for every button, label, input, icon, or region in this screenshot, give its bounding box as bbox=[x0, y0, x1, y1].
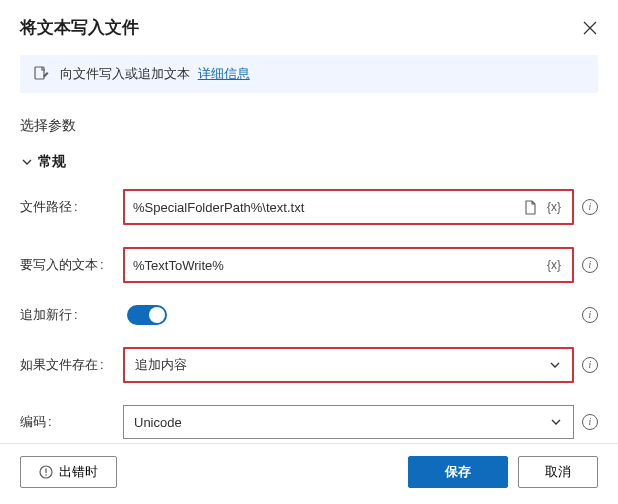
row-if-exists: 如果文件存在 追加内容 i bbox=[20, 347, 598, 383]
if-exists-help[interactable]: i bbox=[582, 357, 598, 373]
encoding-help[interactable]: i bbox=[582, 414, 598, 430]
variable-icon: {x} bbox=[547, 258, 561, 272]
row-encoding: 编码 Unicode i bbox=[20, 405, 598, 439]
if-exists-select[interactable]: 追加内容 bbox=[123, 347, 574, 383]
dialog-title: 将文本写入文件 bbox=[20, 16, 139, 39]
if-exists-value: 追加内容 bbox=[135, 356, 548, 374]
file-path-value: %SpecialFolderPath%\text.txt bbox=[133, 200, 516, 215]
file-path-label: 文件路径 bbox=[20, 198, 115, 216]
save-button[interactable]: 保存 bbox=[408, 456, 508, 488]
browse-file-button[interactable] bbox=[520, 197, 540, 217]
file-path-field[interactable]: %SpecialFolderPath%\text.txt {x} bbox=[123, 189, 574, 225]
svg-point-3 bbox=[45, 474, 47, 476]
append-newline-label: 追加新行 bbox=[20, 306, 115, 324]
if-exists-label: 如果文件存在 bbox=[20, 356, 115, 374]
chevron-down-icon bbox=[20, 155, 34, 169]
more-info-link[interactable]: 详细信息 bbox=[198, 66, 250, 81]
on-error-label: 出错时 bbox=[59, 463, 98, 481]
encoding-label: 编码 bbox=[20, 413, 115, 431]
text-to-write-value: %TextToWrite% bbox=[133, 258, 540, 273]
row-text-to-write: 要写入的文本 %TextToWrite% {x} i bbox=[20, 247, 598, 283]
cancel-button[interactable]: 取消 bbox=[518, 456, 598, 488]
encoding-value: Unicode bbox=[134, 415, 549, 430]
info-text: 向文件写入或追加文本 详细信息 bbox=[60, 65, 250, 83]
append-newline-toggle[interactable] bbox=[127, 305, 167, 325]
on-error-button[interactable]: 出错时 bbox=[20, 456, 117, 488]
chevron-down-icon bbox=[549, 415, 563, 429]
row-file-path: 文件路径 %SpecialFolderPath%\text.txt {x} i bbox=[20, 189, 598, 225]
chevron-down-icon bbox=[548, 358, 562, 372]
variable-picker-button[interactable]: {x} bbox=[544, 197, 564, 217]
text-to-write-field[interactable]: %TextToWrite% {x} bbox=[123, 247, 574, 283]
text-to-write-label: 要写入的文本 bbox=[20, 256, 115, 274]
close-button[interactable] bbox=[582, 20, 598, 36]
variable-picker-button[interactable]: {x} bbox=[544, 255, 564, 275]
close-icon bbox=[583, 21, 597, 35]
variable-icon: {x} bbox=[547, 200, 561, 214]
file-icon bbox=[523, 200, 538, 215]
info-message: 向文件写入或追加文本 bbox=[60, 66, 190, 81]
warning-icon bbox=[39, 465, 53, 479]
group-label: 常规 bbox=[38, 153, 66, 171]
encoding-select[interactable]: Unicode bbox=[123, 405, 574, 439]
text-to-write-help[interactable]: i bbox=[582, 257, 598, 273]
row-append-newline: 追加新行 i bbox=[20, 305, 598, 325]
svg-rect-0 bbox=[35, 67, 44, 79]
section-label: 选择参数 bbox=[20, 117, 598, 135]
file-path-help[interactable]: i bbox=[582, 199, 598, 215]
write-file-icon bbox=[32, 65, 50, 83]
append-newline-help[interactable]: i bbox=[582, 307, 598, 323]
group-header-general[interactable]: 常规 bbox=[20, 153, 598, 171]
info-bar: 向文件写入或追加文本 详细信息 bbox=[20, 55, 598, 93]
